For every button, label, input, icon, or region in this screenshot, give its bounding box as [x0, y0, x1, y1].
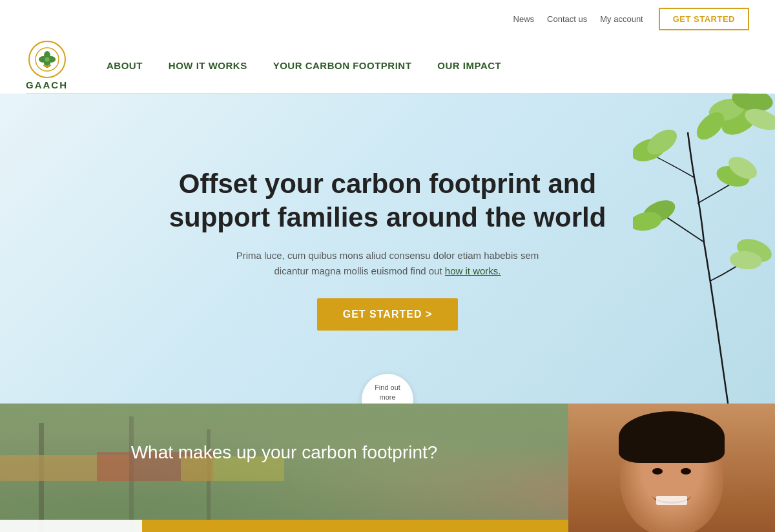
- top-bar: News Contact us My account GET STARTED: [26, 0, 749, 36]
- hero-subtitle: Prima luce, cum quibus mons aliud consen…: [220, 248, 555, 279]
- get-started-button-hero[interactable]: GET STARTED >: [317, 298, 459, 331]
- nav-about[interactable]: ABOUT: [107, 60, 143, 71]
- chevron-down-icon: ∨: [384, 403, 391, 404]
- hero-title-bold: Offset your carbon footprint: [179, 169, 541, 199]
- find-out-more-text: Find out more: [375, 383, 400, 402]
- category-lifestyle[interactable]: LIFESTYLE >: [426, 520, 568, 532]
- nav-contact[interactable]: Contact us: [547, 14, 587, 24]
- find-out-more-button[interactable]: Find out more ∨: [362, 374, 413, 404]
- logo-area: GAACH: [26, 41, 68, 90]
- nav-bar: GAACH ABOUT HOW IT WORKS YOUR CARBON FOO…: [26, 36, 749, 90]
- logo-circle: [28, 41, 66, 78]
- top-bar-links: News Contact us My account: [513, 14, 643, 24]
- get-started-button-top[interactable]: GET STARTED: [659, 8, 749, 30]
- logo-icon: [35, 47, 59, 72]
- category-home[interactable]: HOME >: [284, 520, 426, 532]
- plant-svg: [633, 94, 775, 404]
- nav-how-it-works[interactable]: HOW IT WORKS: [169, 60, 247, 71]
- hero-content: Offset your carbon footprint andsupport …: [169, 167, 606, 331]
- second-section: What makes up your carbon footprint? FOO…: [0, 404, 775, 532]
- plant-decoration: [633, 94, 775, 404]
- nav-account[interactable]: My account: [600, 14, 643, 24]
- category-cards: FOOD > TRAVEL > HOME >: [0, 520, 568, 532]
- child-photo: [568, 404, 775, 532]
- nav-carbon-footprint[interactable]: YOUR CARBON FOOTPRINT: [273, 60, 412, 71]
- main-nav: ABOUT HOW IT WORKS YOUR CARBON FOOTPRINT…: [107, 60, 501, 71]
- hero-title: Offset your carbon footprint andsupport …: [169, 167, 606, 235]
- svg-point-5: [45, 57, 49, 62]
- background-scene: [0, 404, 568, 532]
- hero-section: Offset your carbon footprint andsupport …: [0, 94, 775, 404]
- category-food[interactable]: FOOD >: [0, 520, 142, 532]
- logo-text: GAACH: [26, 79, 68, 90]
- nav-our-impact[interactable]: OUR IMPACT: [437, 60, 501, 71]
- header: News Contact us My account GET STARTED: [0, 0, 775, 90]
- how-it-works-link[interactable]: how it works.: [445, 265, 501, 276]
- nav-news[interactable]: News: [513, 14, 535, 24]
- section-title: What makes up your carbon footprint?: [0, 442, 568, 463]
- category-travel[interactable]: TRAVEL >: [142, 520, 284, 532]
